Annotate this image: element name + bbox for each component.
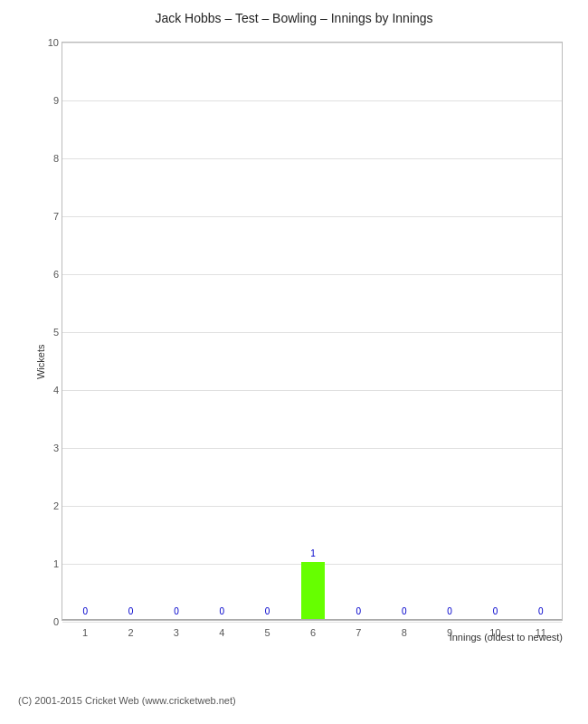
x-tick-label: 3 bbox=[174, 627, 179, 638]
bar-value-label: 1 bbox=[301, 548, 325, 558]
bar-value-label: 0 bbox=[210, 606, 233, 616]
chart-plot-area: 012345678910010203040516070809010011 bbox=[62, 42, 563, 621]
gridline bbox=[62, 332, 562, 333]
y-tick-label: 5 bbox=[53, 327, 59, 338]
x-tick-label: 4 bbox=[219, 627, 224, 638]
y-tick-label: 8 bbox=[53, 153, 59, 164]
chart-container: Jack Hobbs – Test – Bowling – Innings by… bbox=[0, 0, 588, 724]
gridline bbox=[62, 390, 562, 391]
gridline bbox=[62, 100, 562, 101]
x-tick-label: 7 bbox=[356, 627, 361, 638]
x-tick-label: 1 bbox=[82, 627, 88, 638]
gridline bbox=[62, 448, 562, 449]
bar-value-label: 0 bbox=[165, 606, 188, 616]
gridline bbox=[62, 622, 562, 623]
bar-value-label: 0 bbox=[529, 606, 553, 616]
y-tick-label: 9 bbox=[53, 95, 59, 106]
y-tick-label: 7 bbox=[53, 211, 59, 222]
x-tick-label: 6 bbox=[310, 627, 316, 638]
y-tick-label: 2 bbox=[53, 500, 59, 511]
bar-value-label: 0 bbox=[346, 606, 370, 616]
y-tick-label: 6 bbox=[53, 269, 59, 280]
y-tick-label: 4 bbox=[53, 385, 59, 395]
y-axis-label: Wickets bbox=[35, 345, 46, 380]
gridline bbox=[62, 43, 562, 43]
bar-value-label: 0 bbox=[256, 606, 280, 616]
x-tick-label: 5 bbox=[265, 627, 270, 638]
y-tick-label: 3 bbox=[53, 443, 59, 453]
bar-rect bbox=[301, 562, 325, 620]
bar-value-label: 0 bbox=[438, 606, 461, 616]
y-tick-label: 10 bbox=[48, 37, 59, 48]
y-tick-label: 1 bbox=[53, 558, 59, 569]
bar-value-label: 0 bbox=[483, 606, 507, 616]
bar-value-label: 0 bbox=[119, 606, 143, 616]
gridline bbox=[62, 274, 562, 275]
x-tick-label: 8 bbox=[402, 627, 407, 638]
x-axis-label: Innings (oldest to newest) bbox=[450, 632, 563, 643]
gridline bbox=[62, 158, 562, 159]
x-tick-label: 2 bbox=[128, 627, 133, 638]
x-axis-line bbox=[62, 619, 562, 620]
gridline bbox=[62, 506, 562, 507]
footer-text: (C) 2001-2015 Cricket Web (www.cricketwe… bbox=[18, 695, 588, 706]
bar-value-label: 0 bbox=[393, 606, 416, 616]
y-tick-label: 0 bbox=[53, 616, 59, 627]
gridline bbox=[62, 216, 562, 217]
bar-value-label: 0 bbox=[73, 606, 97, 616]
chart-title: Jack Hobbs – Test – Bowling – Innings by… bbox=[155, 11, 432, 25]
